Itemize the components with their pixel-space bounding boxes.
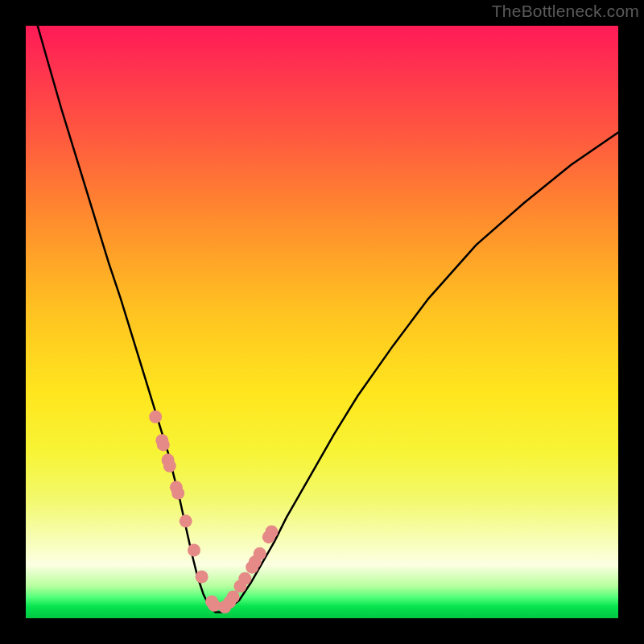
data-marker bbox=[157, 438, 170, 451]
plot-area bbox=[26, 26, 618, 618]
data-markers bbox=[149, 411, 278, 613]
data-marker bbox=[149, 411, 162, 423]
data-marker bbox=[188, 543, 200, 556]
data-marker bbox=[180, 514, 192, 527]
attribution-text: TheBottleneck.com bbox=[492, 2, 639, 21]
data-marker bbox=[208, 599, 221, 612]
data-marker bbox=[265, 526, 278, 539]
data-marker bbox=[254, 547, 266, 560]
data-marker bbox=[238, 572, 251, 585]
data-marker bbox=[171, 487, 184, 500]
data-marker bbox=[163, 460, 176, 473]
bottleneck-curve bbox=[38, 26, 618, 613]
data-marker bbox=[196, 571, 208, 584]
chart-svg bbox=[26, 26, 618, 618]
data-marker bbox=[227, 591, 240, 604]
